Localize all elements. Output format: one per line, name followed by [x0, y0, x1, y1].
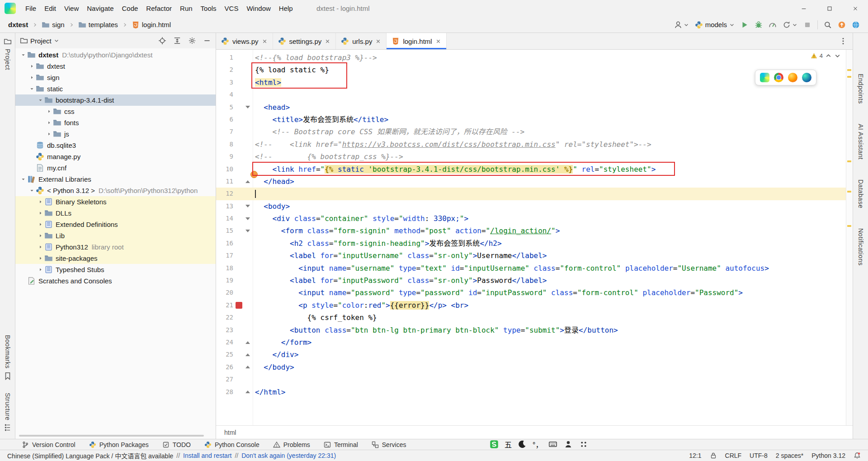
code-line[interactable]: 28</html>	[216, 386, 853, 398]
firefox-icon[interactable]	[788, 73, 797, 82]
code-text[interactable]: <body>	[252, 200, 290, 212]
menu-edit[interactable]: Edit	[40, 0, 60, 17]
ide-update-button[interactable]	[838, 21, 846, 29]
stop-button[interactable]	[803, 21, 811, 29]
moon-icon[interactable]	[517, 439, 527, 449]
keyboard-icon[interactable]	[548, 439, 558, 449]
fold-down-icon[interactable]	[245, 230, 250, 232]
line-ending[interactable]: CRLF	[725, 452, 742, 459]
code-text[interactable]: <html>	[252, 76, 281, 89]
menu-navigate[interactable]: Navigate	[83, 0, 118, 17]
tree-item-site-packages[interactable]: site-packages	[15, 253, 216, 264]
code-line[interactable]: 9<!-- {% bootstrap_css %}-->	[216, 151, 853, 163]
code-line[interactable]: 27	[216, 373, 853, 386]
code-text[interactable]: <label for="inputUsername" class="sr-onl…	[252, 249, 547, 262]
tab-settings-py[interactable]: settings.py	[273, 33, 336, 49]
close-icon[interactable]	[375, 38, 381, 44]
close-icon[interactable]	[325, 38, 330, 44]
breadcrumb-dxtest[interactable]: dxtest	[6, 20, 30, 29]
code-line[interactable]: 21 <p style="color:red">{{error}}</p> <b…	[216, 299, 853, 311]
breadcrumb-templates[interactable]: templates	[76, 20, 120, 30]
tree-item-scratches-and-consoles[interactable]: Scratches and Consoles	[15, 275, 216, 287]
menu-code[interactable]: Code	[118, 0, 142, 17]
read-only-lock-icon[interactable]	[710, 452, 717, 459]
fold-up-icon[interactable]	[245, 390, 250, 393]
code-text[interactable]: <p style="color:red">{{error}}</p> <br>	[252, 299, 468, 311]
warning-count[interactable]: 4	[820, 52, 823, 59]
code-line[interactable]: 17 <label for="inputUsername" class="sr-…	[216, 249, 853, 262]
maximize-button[interactable]	[816, 0, 842, 17]
code-text[interactable]: <!-- <link href="https://v3.bootcss.com/…	[252, 138, 651, 151]
collapse-all-icon[interactable]	[173, 37, 181, 45]
tool-stripe-database[interactable]: Database	[857, 179, 864, 208]
edge-icon[interactable]	[802, 73, 811, 82]
caret-position[interactable]: 12:1	[689, 452, 701, 459]
chevron-collapsed-icon[interactable]	[36, 256, 44, 261]
code-text[interactable]: <!--{% load bootstrap3 %}-->	[252, 52, 377, 64]
tree-item-my-cnf[interactable]: my.cnf	[15, 162, 216, 174]
code-text[interactable]: </div>	[252, 348, 298, 361]
next-problem-icon[interactable]	[834, 52, 841, 59]
indent-setting[interactable]: 2 spaces*	[776, 452, 803, 459]
code-line[interactable]: 25 </div>	[216, 348, 853, 361]
code-text[interactable]: <!-- {% bootstrap_css %}-->	[252, 151, 403, 163]
code-area[interactable]: 1<!--{% load bootstrap3 %}-->2{% load st…	[216, 50, 853, 425]
close-button[interactable]	[842, 0, 868, 17]
voice-icon[interactable]	[563, 439, 573, 449]
tree-item-sign[interactable]: sign	[15, 72, 216, 83]
prev-problem-icon[interactable]	[825, 52, 832, 59]
code-text[interactable]: {% csrf_token %}	[252, 311, 377, 324]
code-text[interactable]: <link href="{% static 'bootstrap-3.4.1-d…	[252, 163, 656, 175]
code-line[interactable]: 19 <label for="inputPassword" class="sr-…	[216, 274, 853, 287]
code-line[interactable]: 26 </body>	[216, 361, 853, 373]
tree-item-fonts[interactable]: fonts	[15, 117, 216, 128]
code-line[interactable]: 20 <input name="password" type="password…	[216, 287, 853, 299]
profiler-button[interactable]	[769, 21, 777, 29]
warning-stripe-mark[interactable]	[847, 225, 851, 227]
grid-icon[interactable]	[579, 439, 589, 449]
inspections-widget[interactable]: 4	[811, 52, 841, 59]
tree-item-extended-definitions[interactable]: Extended Definitions	[15, 219, 216, 230]
search-everywhere-button[interactable]	[824, 21, 832, 29]
chevron-expanded-icon[interactable]	[36, 98, 44, 103]
chevron-down-icon[interactable]	[54, 38, 59, 43]
code-text[interactable]: <input name="username" type="text" id="i…	[252, 262, 769, 274]
breadcrumb-login-html[interactable]: login.html	[130, 20, 173, 30]
settings-gear-icon[interactable]	[188, 37, 196, 45]
code-line[interactable]: 5 <head>	[216, 101, 853, 113]
code-text[interactable]: </head>	[252, 175, 294, 188]
code-text[interactable]: <label for="inputPassword" class="sr-onl…	[252, 274, 547, 287]
chevron-collapsed-icon[interactable]	[45, 120, 53, 125]
tool-stripe-structure[interactable]: Structure	[4, 393, 12, 432]
code-text[interactable]: </html>	[252, 386, 285, 398]
tool-stripe-bookmarks[interactable]: Bookmarks	[4, 335, 12, 380]
tree-item-db-sqlite3[interactable]: db.sqlite3	[15, 140, 216, 151]
status-link[interactable]: Install and restart	[183, 452, 231, 459]
chrome-icon[interactable]	[774, 73, 783, 82]
run-button[interactable]	[741, 21, 749, 29]
tree-item-external-libraries[interactable]: External Libraries	[15, 174, 216, 185]
chevron-collapsed-icon[interactable]	[45, 132, 53, 136]
horizontal-scrollbar[interactable]	[19, 435, 204, 437]
code-text[interactable]: <title>发布会签到系统</title>	[252, 113, 388, 126]
tree-item-lib[interactable]: Lib	[15, 230, 216, 241]
tool-stripe-endpoints[interactable]: Endpoints	[857, 74, 864, 104]
code-line[interactable]: 14 <div class="container" style="width: …	[216, 212, 853, 225]
fold-up-icon[interactable]	[245, 180, 250, 183]
menu-window[interactable]: Window	[242, 0, 274, 17]
code-line[interactable]: 22 {% csrf_token %}	[216, 311, 853, 324]
chevron-collapsed-icon[interactable]	[36, 211, 44, 216]
code-text[interactable]: <button class="btn btn-lg btn-primary bt…	[252, 324, 618, 336]
code-line[interactable]: 18 <input name="username" type="text" id…	[216, 262, 853, 274]
toolwindow-problems[interactable]: Problems	[273, 441, 310, 448]
tab-urls-py[interactable]: urls.py	[336, 33, 387, 49]
code-line[interactable]: 16 <h2 class="form-signin-heading">发布会签到…	[216, 237, 853, 249]
user-menu-button[interactable]	[674, 21, 689, 29]
fold-down-icon[interactable]	[245, 205, 250, 207]
chevron-collapsed-icon[interactable]	[28, 75, 36, 80]
code-line[interactable]: 24 </form>	[216, 336, 853, 348]
tool-stripe-notifications[interactable]: Notifications	[857, 228, 864, 266]
code-line[interactable]: 11 </head>	[216, 175, 853, 188]
hide-panel-icon[interactable]	[203, 37, 211, 45]
toolwindow-python-console[interactable]: Python Console	[204, 441, 259, 448]
